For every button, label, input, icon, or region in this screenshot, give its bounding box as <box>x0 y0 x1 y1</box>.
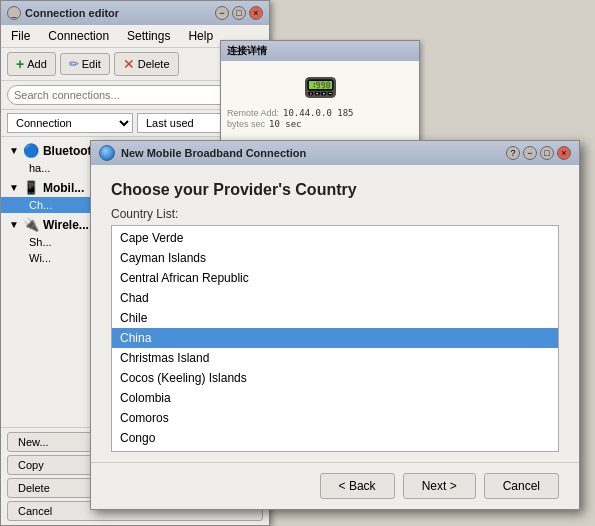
dialog-minimize-btn[interactable]: − <box>523 146 537 160</box>
dialog-maximize-btn[interactable]: □ <box>540 146 554 160</box>
dialog-close-btn[interactable]: × <box>557 146 571 160</box>
dialog-help-btn[interactable]: ? <box>506 146 520 160</box>
list-item[interactable]: Chile <box>112 308 558 328</box>
list-item[interactable]: Colombia <box>112 388 558 408</box>
dialog-title-text: New Mobile Broadband Connection <box>121 147 306 159</box>
dialog-cancel-button[interactable]: Cancel <box>484 473 559 499</box>
list-item[interactable]: Cayman Islands <box>112 248 558 268</box>
dialog-heading: Choose your Provider's Country <box>111 181 559 199</box>
list-item[interactable]: China <box>112 328 558 348</box>
remote-label: Remote Add: <box>227 108 279 118</box>
editor-minimize-btn[interactable]: _ <box>7 6 21 20</box>
wired-label: Wirele... <box>43 218 89 232</box>
dialog-content: Choose your Provider's Country Country L… <box>91 165 579 462</box>
dialog-footer: < Back Next > Cancel <box>91 462 579 509</box>
list-item[interactable]: Comoros <box>112 408 558 428</box>
country-list-label: Country List: <box>111 207 559 221</box>
remote-addr: 10.44.0.0 185 <box>283 108 353 118</box>
speed-val: 10 sec <box>269 119 302 129</box>
add-icon: + <box>16 56 24 72</box>
menu-help[interactable]: Help <box>182 27 219 45</box>
list-item[interactable]: Cape Verde <box>112 228 558 248</box>
add-button[interactable]: + Add <box>7 52 56 76</box>
bluetooth-arrow: ▼ <box>9 145 19 156</box>
conn-detail-body: 📟 Remote Add: 10.44.0.0 185 bytes sec 10… <box>221 61 419 136</box>
list-item[interactable]: Central African Republic <box>112 268 558 288</box>
list-item[interactable]: Congo, The Democratic Republic of the <box>112 448 558 452</box>
editor-title-text: Connection editor <box>25 7 119 19</box>
country-list[interactable]: CambodiaCameroonCanadaCape VerdeCayman I… <box>111 225 559 452</box>
editor-title-bar: _ Connection editor − □ × <box>1 1 269 25</box>
menu-settings[interactable]: Settings <box>121 27 176 45</box>
dialog-title-bar: New Mobile Broadband Connection ? − □ × <box>91 141 579 165</box>
globe-icon <box>99 145 115 161</box>
filter-connection-select[interactable]: Connection <box>7 113 133 133</box>
edit-button[interactable]: ✏ Edit <box>60 53 110 75</box>
editor-minimize-btn2[interactable]: − <box>215 6 229 20</box>
edit-icon: ✏ <box>69 57 79 71</box>
wired-icon: 🔌 <box>23 217 39 232</box>
conn-detail-title: 连接详情 <box>221 41 419 61</box>
delete-button[interactable]: ✕ Delete <box>114 52 179 76</box>
list-item[interactable]: Congo <box>112 428 558 448</box>
mobile-label: Mobil... <box>43 181 84 195</box>
list-item[interactable]: Christmas Island <box>112 348 558 368</box>
menu-connection[interactable]: Connection <box>42 27 115 45</box>
list-item[interactable]: Chad <box>112 288 558 308</box>
next-button[interactable]: Next > <box>403 473 476 499</box>
wired-arrow: ▼ <box>9 219 19 230</box>
broadband-dialog: New Mobile Broadband Connection ? − □ × … <box>90 140 580 510</box>
mobile-arrow: ▼ <box>9 182 19 193</box>
speed-label: bytes sec <box>227 119 265 129</box>
device-icon: 📟 <box>227 71 413 104</box>
menu-file[interactable]: File <box>5 27 36 45</box>
delete-icon: ✕ <box>123 56 135 72</box>
bluetooth-icon: 🔵 <box>23 143 39 158</box>
mobile-icon: 📱 <box>23 180 39 195</box>
editor-maximize-btn[interactable]: □ <box>232 6 246 20</box>
editor-close-btn[interactable]: × <box>249 6 263 20</box>
back-button[interactable]: < Back <box>320 473 395 499</box>
list-item[interactable]: Cocos (Keeling) Islands <box>112 368 558 388</box>
